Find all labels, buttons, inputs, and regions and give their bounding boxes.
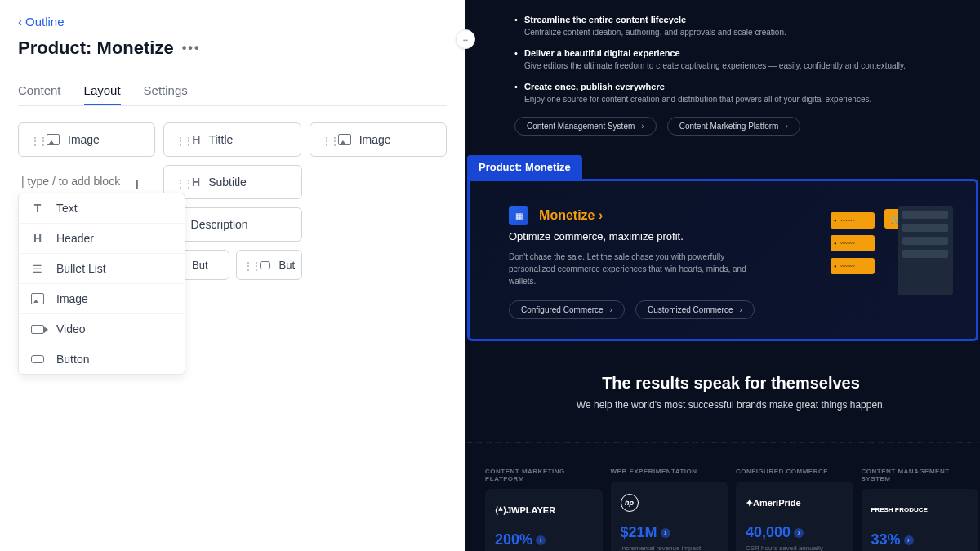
panel-resize-handle[interactable]: ↔: [456, 29, 475, 49]
menu-item-video[interactable]: Video: [19, 314, 185, 344]
block-label: But: [192, 259, 208, 271]
feature-desc: Give editors the ultimate freedom to cre…: [524, 60, 947, 72]
drag-icon: [322, 134, 330, 145]
product-title[interactable]: Monetize: [539, 208, 603, 222]
page-title: Product: Monetize: [18, 38, 174, 59]
results-title: The results speak for themselves: [514, 374, 947, 393]
menu-item-text[interactable]: T Text: [19, 193, 185, 224]
back-label: Outline: [25, 15, 65, 29]
menu-label: Text: [56, 202, 78, 215]
block-label: Image: [68, 133, 100, 146]
block-label: Image: [359, 133, 391, 146]
image-icon: [338, 134, 351, 145]
button-icon: [30, 355, 45, 363]
stat-card-jwplayer[interactable]: ⟨ᐞ⟩ JWPLAYER 200% ROI expected in first …: [485, 489, 603, 551]
stat-desc: CSR hours saved annually: [746, 544, 844, 551]
video-icon: [30, 325, 45, 334]
feature-title: Streamline the entire content lifecycle: [524, 15, 947, 24]
drag-icon: [176, 176, 184, 188]
link-customized-commerce[interactable]: Customized Commerce: [635, 300, 755, 319]
stat-card-freshproduce[interactable]: FRESH PRODUCE 33% Increase in user engag…: [862, 489, 979, 551]
stat-value: 40,000: [746, 524, 844, 541]
heading-icon: H: [30, 232, 45, 245]
tab-settings[interactable]: Settings: [144, 77, 188, 105]
text-icon: T: [30, 202, 45, 215]
stat-card-hp[interactable]: hp $21M Incremental revenue impact: [611, 482, 728, 551]
menu-item-button[interactable]: Button: [19, 344, 185, 374]
menu-label: Image: [56, 292, 88, 305]
logo-jwplayer: ⟨ᐞ⟩ JWPLAYER: [495, 500, 593, 520]
link-cms[interactable]: Content Management System: [514, 117, 657, 136]
menu-label: Bullet List: [56, 262, 106, 275]
menu-item-bullet-list[interactable]: Bullet List: [19, 254, 185, 284]
block-image-2[interactable]: Image: [310, 122, 447, 157]
stat-value: 200%: [495, 531, 593, 549]
heading-icon: H: [192, 176, 200, 189]
drag-icon: [30, 134, 38, 145]
heading-icon: H: [192, 133, 200, 146]
more-actions-button[interactable]: •••: [182, 41, 201, 56]
tab-content[interactable]: Content: [18, 77, 61, 105]
stat-card-ameripride[interactable]: ✦ AmeriPride 40,000 CSR hours saved annu…: [736, 482, 853, 551]
bullet-list-icon: [30, 263, 45, 275]
product-subtitle: Optimize commerce, maximize profit.: [509, 230, 798, 242]
drag-icon: [176, 134, 184, 145]
menu-label: Button: [56, 353, 89, 366]
feature-desc: Enjoy one source for content creation an…: [524, 93, 947, 105]
divider-squiggle: 〰〰〰〰〰〰〰〰〰〰〰〰〰〰〰〰〰〰〰〰〰〰〰〰〰〰〰〰〰〰〰〰〰〰〰〰〰〰〰〰…: [466, 438, 980, 448]
card-category: WEB EXPERIMENTATION: [611, 468, 728, 475]
menu-item-image[interactable]: Image: [19, 284, 185, 314]
menu-label: Header: [56, 232, 94, 245]
selected-block-highlight: ▦ Monetize Optimize commerce, maximize p…: [467, 179, 978, 341]
block-label: Description: [191, 218, 248, 231]
block-button-2[interactable]: But: [236, 250, 302, 280]
stat-value: 33%: [871, 531, 969, 549]
link-configured-commerce[interactable]: Configured Commerce: [509, 300, 625, 319]
feature-title: Create once, publish everywhere: [524, 82, 947, 91]
text-cursor-icon: I: [136, 178, 139, 191]
block-type-menu: T Text H Header Bullet List Image Video: [18, 193, 185, 375]
link-cmp[interactable]: Content Marketing Platform: [667, 117, 800, 136]
product-illustration: 〰〰〰 〰〰〰 〰〰〰 🛒: [831, 206, 953, 312]
block-label: Tittle: [208, 133, 233, 146]
product-description: Don't chase the sale. Let the sale chase…: [509, 251, 762, 287]
logo-hp: hp: [621, 493, 719, 513]
menu-label: Video: [56, 322, 86, 335]
block-label: But: [278, 259, 295, 271]
card-category: CONFIGURED COMMERCE: [736, 468, 853, 475]
drag-icon: [243, 260, 252, 271]
block-image-1[interactable]: Image: [18, 122, 155, 157]
back-to-outline[interactable]: ‹ Outline: [18, 15, 65, 29]
feature-title: Deliver a beautiful digital experience: [524, 48, 947, 58]
results-subtitle: We help the world's most successful bran…: [514, 398, 947, 412]
chevron-left-icon: ‹: [18, 15, 22, 29]
image-icon: [30, 293, 45, 304]
card-category: CONTENT MANAGEMENT SYSTEM: [862, 468, 979, 482]
preview-panel: Streamline the entire content lifecycle …: [466, 0, 980, 551]
logo-fresh-produce: FRESH PRODUCE: [871, 500, 969, 520]
stat-value: $21M: [621, 524, 719, 541]
block-label: Subtitle: [208, 176, 247, 189]
selected-block-tab: Product: Monetize: [467, 155, 582, 179]
feature-desc: Centralize content ideation, authoring, …: [524, 26, 947, 38]
logo-ameripride: ✦ AmeriPride: [746, 493, 844, 513]
block-title[interactable]: H Tittle: [163, 122, 301, 157]
card-category: CONTENT MARKETING PLATFORM: [485, 468, 603, 482]
tab-layout[interactable]: Layout: [84, 77, 121, 105]
monetize-icon: ▦: [509, 206, 528, 225]
button-icon: [260, 261, 270, 269]
image-icon: [47, 134, 60, 145]
menu-item-header[interactable]: H Header: [19, 224, 185, 254]
stat-desc: Incremental revenue impact: [621, 544, 719, 551]
